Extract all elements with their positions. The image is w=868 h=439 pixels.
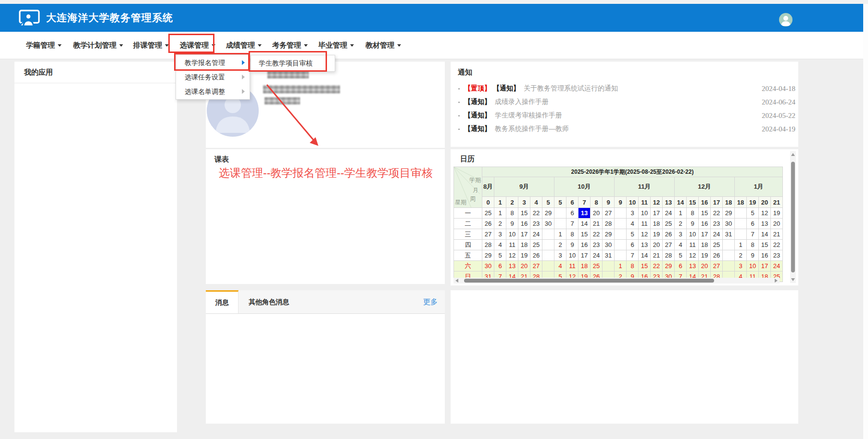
calendar-day-cell: 21 bbox=[591, 219, 603, 229]
my-apps-title: 我的应用 bbox=[14, 62, 177, 83]
notice-item[interactable]: 【置顶】【通知】关于教务管理系统试运行的通知2024-04-18 bbox=[458, 82, 795, 95]
calendar-day-cell: 18 bbox=[651, 219, 663, 229]
notice-date: 2024-05-22 bbox=[762, 112, 795, 120]
calendar-day-cell: 27 bbox=[482, 229, 494, 240]
calendar-day-cell: 24 bbox=[711, 229, 723, 240]
calendar-semester-header: 2025-2026学年1学期(2025-08-25至2026-02-22) bbox=[482, 167, 783, 177]
calendar-month-header: 12月 bbox=[675, 177, 735, 197]
calendar-day-cell: 11 bbox=[639, 219, 651, 229]
app-logo-icon bbox=[18, 9, 40, 27]
calendar-day-cell: 12 bbox=[687, 250, 699, 261]
calendar-day-cell: 29 bbox=[603, 229, 615, 240]
nav-item-label: 成绩管理 bbox=[226, 41, 255, 50]
tab-messages[interactable]: 消息 bbox=[206, 290, 239, 313]
notice-link-title[interactable]: 成绩录入操作手册 bbox=[495, 98, 757, 106]
vertical-scroll-thumb[interactable] bbox=[791, 162, 795, 272]
calendar-weekday-label: 二 bbox=[454, 219, 482, 229]
calendar-day-cell: 28 bbox=[663, 250, 675, 261]
calendar-week-number: 15 bbox=[687, 197, 699, 208]
chevron-down-icon bbox=[165, 44, 169, 47]
calendar-day-cell: 23 bbox=[771, 250, 783, 261]
calendar-week-number: 18 bbox=[723, 197, 735, 208]
nav-item-8[interactable]: 教材管理 bbox=[365, 32, 401, 59]
calendar-day-cell: 24 bbox=[663, 208, 675, 219]
calendar-day-cell: 10 bbox=[747, 261, 759, 271]
scroll-left-icon[interactable] bbox=[455, 279, 458, 283]
calendar-day-cell: 6 bbox=[494, 261, 506, 271]
calendar-week-number: 8 bbox=[591, 197, 603, 208]
calendar-day-cell: 9 bbox=[506, 219, 518, 229]
calendar-day-cell: 15 bbox=[699, 208, 711, 219]
scroll-down-icon[interactable] bbox=[791, 278, 795, 281]
corner-label: 月 bbox=[473, 186, 478, 194]
calendar-day-cell: 4 bbox=[554, 261, 566, 271]
scroll-right-icon[interactable] bbox=[775, 279, 778, 283]
nav-item-2[interactable]: 教学计划管理 bbox=[73, 32, 123, 59]
calendar-week-number: 2 bbox=[506, 197, 518, 208]
calendar-week-number: 20 bbox=[759, 197, 771, 208]
notice-item[interactable]: 【通知】学生缓考审核操作手册2024-05-22 bbox=[458, 109, 795, 122]
notice-link-title[interactable]: 学生缓考审核操作手册 bbox=[495, 111, 757, 120]
calendar-day-cell: 13 bbox=[759, 219, 771, 229]
calendar-day-cell: 8 bbox=[566, 229, 579, 240]
calendar-week-number: 3 bbox=[518, 197, 530, 208]
top-strip bbox=[0, 0, 868, 4]
calendar-day-cell: 18 bbox=[699, 240, 711, 250]
calendar-day-cell: 3 bbox=[494, 229, 506, 240]
calendar-week-number: 6 bbox=[566, 197, 579, 208]
corner-label: 学期 bbox=[469, 176, 481, 184]
calendar-day-cell: 21 bbox=[771, 229, 783, 240]
horizontal-scroll-thumb[interactable] bbox=[464, 279, 714, 283]
calendar-day-cell: 16 bbox=[579, 240, 591, 250]
calendar-day-cell: 4 bbox=[494, 240, 506, 250]
calendar-day-cell: 25 bbox=[663, 219, 675, 229]
calendar-day-cell: 24 bbox=[771, 261, 783, 271]
calendar-day-cell: 3 bbox=[675, 229, 687, 240]
notice-link-title[interactable]: 教务系统操作手册—教师 bbox=[495, 125, 757, 133]
nav-item-3[interactable]: 排课管理 bbox=[133, 32, 169, 59]
notice-link-title[interactable]: 关于教务管理系统试运行的通知 bbox=[524, 84, 757, 93]
dropdown-item-2[interactable]: 选课任务设置 bbox=[176, 70, 250, 84]
notice-type-tag: 【通知】 bbox=[464, 125, 491, 133]
dropdown-item-label: 选课任务设置 bbox=[185, 73, 225, 81]
calendar-table: 学期月周星期2025-2026学年1学期(2025-08-25至2026-02-… bbox=[453, 167, 783, 282]
calendar-week-number: 10 bbox=[627, 197, 639, 208]
calendar-week-number: 4 bbox=[530, 197, 542, 208]
dropdown-item-3[interactable]: 选课名单调整 bbox=[176, 84, 250, 99]
calendar-vertical-scrollbar[interactable] bbox=[790, 151, 796, 283]
calendar-horizontal-scrollbar[interactable] bbox=[453, 278, 780, 284]
notice-panel: 通知 【置顶】【通知】关于教务管理系统试运行的通知2024-04-18【通知】成… bbox=[451, 62, 798, 147]
calendar-day-cell: 29 bbox=[663, 261, 675, 271]
calendar-week-number: 5 bbox=[542, 197, 554, 208]
notice-item[interactable]: 【通知】成绩录入操作手册2024-06-24 bbox=[458, 95, 795, 109]
calendar-day-cell bbox=[615, 229, 627, 240]
window-edge bbox=[863, 4, 868, 439]
nav-item-1[interactable]: 学籍管理 bbox=[26, 32, 62, 59]
calendar-day-row: 五29512192631017243171421285121926291623 bbox=[454, 250, 783, 261]
scroll-up-icon[interactable] bbox=[791, 153, 795, 156]
tab-other-role-messages[interactable]: 其他角色消息 bbox=[249, 290, 289, 313]
calendar-day-cell: 14 bbox=[579, 219, 591, 229]
calendar-month-header: 1月 bbox=[735, 177, 783, 197]
calendar-day-cell: 5 bbox=[675, 250, 687, 261]
calendar-day-cell: 16 bbox=[699, 219, 711, 229]
calendar-day-cell: 8 bbox=[687, 208, 699, 219]
calendar-weekday-label: 五 bbox=[454, 250, 482, 261]
calendar-day-cell: 8 bbox=[506, 208, 518, 219]
calendar-day-cell: 2 bbox=[554, 240, 566, 250]
more-link[interactable]: 更多 bbox=[423, 290, 438, 313]
notice-item[interactable]: 【通知】教务系统操作手册—教师2024-04-19 bbox=[458, 122, 795, 136]
user-avatar-icon[interactable] bbox=[779, 13, 793, 26]
dropdown-item-1[interactable]: 教学报名管理 bbox=[176, 55, 250, 70]
submenu-item-student-teaching-project-review[interactable]: 学生教学项目审核 bbox=[251, 55, 335, 72]
calendar-day-cell: 20 bbox=[518, 261, 530, 271]
calendar-day-cell: 19 bbox=[699, 250, 711, 261]
calendar-day-cell bbox=[723, 250, 735, 261]
calendar-day-cell: 10 bbox=[506, 229, 518, 240]
calendar-day-cell bbox=[554, 219, 566, 229]
calendar-day-cell: 13 bbox=[639, 240, 651, 250]
nav-item-label: 选课管理 bbox=[180, 41, 209, 50]
calendar-day-cell: 25 bbox=[482, 208, 494, 219]
calendar-weekday-label: 四 bbox=[454, 240, 482, 250]
calendar-day-row: 三27310172418152229512192631017243171421 bbox=[454, 229, 783, 240]
